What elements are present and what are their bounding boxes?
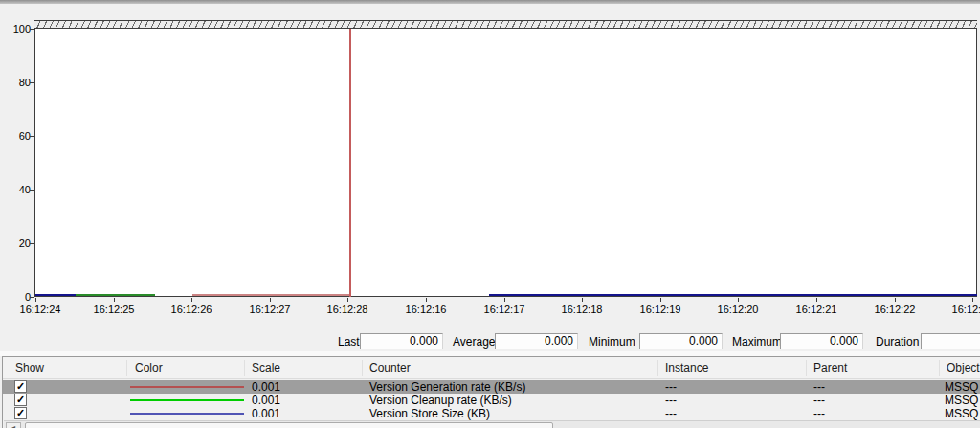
instance-cell: ---: [665, 407, 677, 420]
x-axis-tick: [35, 298, 36, 302]
x-axis-label: 16:12:16: [406, 303, 447, 316]
y-axis-label: 0: [6, 290, 31, 304]
y-axis-label: 40: [6, 183, 31, 196]
series-line-version-store-size: [35, 294, 76, 296]
column-separator: [657, 360, 658, 376]
stat-last-value: 0.000: [360, 333, 443, 349]
column-header-object[interactable]: Object: [947, 361, 980, 374]
counter-color-swatch: [130, 399, 244, 401]
x-axis-label: 16:12:21: [796, 303, 837, 316]
counter-color-swatch: [130, 413, 244, 415]
counter-cell: Version Generation rate (KB/s): [369, 380, 525, 394]
x-axis-tick: [660, 298, 661, 302]
stat-duration-label: Duration: [876, 335, 919, 349]
x-axis-label: 16:12:25: [94, 303, 135, 316]
column-separator: [126, 360, 127, 376]
scale-cell: 0.001: [252, 394, 280, 407]
x-axis-label: 16:12:28: [327, 303, 368, 316]
column-header-color[interactable]: Color: [135, 361, 163, 374]
x-axis-tick: [504, 298, 505, 302]
y-axis-label: 100: [6, 22, 31, 35]
instance-cell: ---: [665, 380, 677, 394]
x-axis-tick: [972, 298, 973, 302]
counter-color-swatch: [130, 386, 244, 388]
stat-maximum-value: 0.000: [780, 333, 863, 349]
x-axis-tick: [582, 298, 583, 302]
x-axis-tick: [816, 298, 817, 302]
chart-plot-area: [34, 29, 977, 297]
stat-last-label: Last: [338, 335, 360, 349]
x-axis-label: 16:12:20: [718, 303, 759, 316]
y-axis-label: 20: [6, 237, 31, 250]
x-axis-tick: [347, 298, 348, 302]
show-checkbox[interactable]: ✓: [14, 407, 27, 419]
stat-average-label: Average: [453, 335, 495, 349]
column-header-parent[interactable]: Parent: [813, 361, 847, 374]
object-cell: MSSQ: [945, 394, 978, 407]
window-top-border: [0, 0, 980, 4]
series-line-version-store-size: [489, 294, 977, 296]
column-header-scale[interactable]: Scale: [252, 361, 280, 374]
column-separator: [362, 360, 363, 376]
x-axis-label: 16:12:26: [171, 303, 212, 316]
show-checkbox[interactable]: ✓: [14, 394, 27, 406]
counter-row-version-cleanup-rate[interactable]: ✓ 0.001 Version Cleanup rate (KB/s) --- …: [3, 394, 980, 407]
x-axis-tick: [114, 298, 115, 302]
x-axis-label: 16:12:22: [875, 303, 916, 316]
series-line-version-cleanup-rate: [76, 294, 155, 296]
x-axis-label: 16:12:27: [250, 303, 291, 316]
counter-row-version-store-size[interactable]: ✓ 0.001 Version Store Size (KB) --- --- …: [3, 407, 980, 420]
y-axis-tick: [30, 297, 34, 298]
y-axis-label: 80: [6, 76, 31, 89]
parent-cell: ---: [813, 394, 825, 407]
x-axis-label: 16:12:19: [640, 303, 681, 316]
parent-cell: ---: [813, 380, 825, 394]
object-cell: MSSQ: [945, 407, 978, 420]
scale-cell: 0.001: [252, 407, 280, 420]
counter-row-version-generation-rate[interactable]: ✓ 0.001 Version Generation rate (KB/s) -…: [3, 380, 980, 394]
parent-cell: ---: [813, 407, 825, 420]
legend-header-row: Show Color Scale Counter Instance Parent…: [3, 357, 980, 379]
stat-minimum-value: 0.000: [639, 333, 723, 349]
column-header-show[interactable]: Show: [15, 361, 44, 374]
x-axis-tick: [738, 298, 739, 302]
counter-cell: Version Store Size (KB): [369, 407, 490, 420]
x-axis-tick: [270, 298, 271, 302]
counter-cell: Version Cleanup rate (KB/s): [369, 394, 512, 407]
x-axis-label: 16:12:23: [952, 303, 980, 316]
counter-legend-panel: Show Color Scale Counter Instance Parent…: [2, 356, 980, 428]
x-axis-tick: [191, 298, 192, 302]
series-line-version-generation-rate: [192, 294, 351, 296]
x-axis-tick: [895, 298, 896, 302]
perfmon-graph-view: 100 80 60 40 20 0 16:12:24 16:12:25 16:1…: [0, 0, 980, 428]
column-separator: [806, 360, 807, 376]
time-bar-hatched: [34, 20, 977, 29]
x-axis-label: 16:12:24: [20, 303, 61, 316]
show-checkbox[interactable]: ✓: [14, 380, 27, 393]
x-axis-label: 16:12:17: [484, 303, 525, 316]
scale-cell: 0.001: [252, 380, 280, 394]
scrollbar-thumb[interactable]: |||: [25, 422, 553, 428]
stat-duration-value: [921, 333, 980, 349]
y-axis-label: 60: [6, 129, 31, 143]
horizontal-scrollbar[interactable]: ◄ |||: [4, 420, 980, 428]
column-separator: [244, 360, 245, 376]
current-time-marker: [349, 29, 351, 297]
x-axis-label: 16:12:18: [562, 303, 603, 316]
column-header-instance[interactable]: Instance: [665, 361, 708, 374]
x-axis-tick: [426, 298, 427, 302]
column-separator: [939, 360, 940, 376]
object-cell: MSSQ: [945, 380, 978, 394]
stat-minimum-label: Minimum: [589, 335, 635, 349]
instance-cell: ---: [665, 394, 677, 407]
stat-average-value: 0.000: [495, 333, 578, 349]
stat-maximum-label: Maximum: [732, 335, 782, 349]
column-header-counter[interactable]: Counter: [369, 361, 411, 374]
scroll-left-arrow-icon[interactable]: ◄: [6, 422, 21, 428]
